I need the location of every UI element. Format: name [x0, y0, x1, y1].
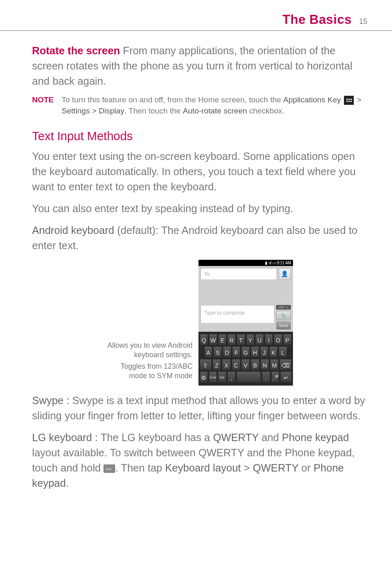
callouts: Allows you to view Android keyboard sett…: [107, 286, 198, 386]
callout-settings: Allows you to view Android keyboard sett…: [107, 341, 192, 360]
key-n[interactable]: N: [261, 359, 269, 370]
key-m[interactable]: M: [270, 359, 279, 370]
key-shift[interactable]: ⇧: [200, 359, 212, 370]
mic-icon: 🎤: [272, 374, 279, 381]
key-k[interactable]: K: [269, 346, 278, 358]
compose-input[interactable]: Type to compose: [201, 305, 274, 324]
attach-button[interactable]: 📎: [276, 311, 291, 320]
status-time: 9:11 AM: [277, 261, 291, 265]
key-z[interactable]: Z: [212, 359, 221, 370]
kb-row-1: Q W E R T Y U I O P: [200, 334, 292, 345]
to-input[interactable]: To: [201, 268, 277, 280]
lg-5: >: [241, 462, 253, 474]
key-i[interactable]: I: [265, 334, 273, 345]
message-thread: [198, 282, 293, 305]
key-w[interactable]: W: [209, 334, 217, 345]
key-b[interactable]: B: [251, 359, 259, 370]
note-label: NOTE: [32, 95, 62, 116]
callout-1a: Allows you to view Android: [107, 341, 192, 349]
key-enter[interactable]: ↵: [280, 371, 292, 383]
key-e[interactable]: E: [218, 334, 227, 345]
mode-key-icon: [104, 465, 115, 473]
callout-1b: keyboard settings.: [134, 351, 193, 359]
lg-1: The LG keyboard has a: [101, 432, 213, 443]
swype-label: Swype :: [32, 395, 72, 406]
key-backspace[interactable]: ⌫: [279, 359, 291, 370]
lg-phone-keypad: Phone keypad: [282, 432, 349, 443]
char-counter: 160 / 1: [276, 305, 291, 310]
note-display: Display: [99, 106, 124, 115]
swype-para: Swype : Swype is a text input method tha…: [32, 393, 368, 423]
key-q[interactable]: Q: [200, 334, 208, 345]
contact-icon: 👤: [281, 270, 288, 277]
note-gt1: >: [357, 95, 361, 104]
header-title: The Basics: [282, 12, 352, 27]
note-auto: Auto-rotate screen: [183, 106, 247, 115]
key-x[interactable]: X: [222, 359, 231, 370]
page-header: The Basics 15: [0, 5, 392, 31]
rotate-label: Rotate the screen: [32, 45, 120, 56]
key-h[interactable]: H: [251, 346, 259, 358]
lg-4: . Then tap: [115, 462, 165, 474]
kb-row-3: ⇧ Z X C V B N M ⌫: [200, 359, 292, 370]
kb-row-2: A S D F G H J K L: [200, 346, 292, 358]
key-mic[interactable]: 🎤: [271, 371, 279, 383]
gear-icon: ⚙: [201, 374, 206, 381]
key-t[interactable]: T: [237, 334, 245, 345]
key-y[interactable]: Y: [246, 334, 255, 345]
section-title: Text Input Methods: [32, 129, 368, 143]
paperclip-icon: 📎: [281, 313, 286, 318]
para-2: You can also enter text by speaking inst…: [32, 201, 368, 216]
note-part1: To turn this feature on and off, from th…: [62, 95, 283, 104]
lg-label: LG keyboard :: [32, 432, 101, 443]
android-para: Android keyboard (default): The Android …: [32, 223, 368, 253]
key-l[interactable]: L: [279, 346, 287, 358]
key-a[interactable]: A: [204, 346, 213, 358]
applications-key-icon: [344, 96, 354, 105]
lg-2: and: [258, 432, 282, 443]
callout-2b: mode to SYM mode: [129, 372, 193, 380]
key-space[interactable]: [236, 371, 261, 383]
note-settings: Settings: [62, 106, 90, 115]
send-button[interactable]: Send: [276, 321, 291, 330]
signal-icon: ▮ ııl ▭: [265, 261, 277, 265]
to-row: To 👤: [198, 266, 293, 282]
kb-row-4: ⚙ SYM EN , . 🎤 ↵: [200, 371, 292, 383]
android-default: (default): [114, 224, 156, 236]
para-1: You enter text using the on-screen keybo…: [32, 149, 368, 194]
key-g[interactable]: G: [241, 346, 250, 358]
key-s[interactable]: S: [213, 346, 222, 358]
key-v[interactable]: V: [241, 359, 250, 370]
key-lang[interactable]: EN: [218, 371, 226, 383]
key-settings[interactable]: ⚙: [200, 371, 208, 383]
note-apps-key: Applications Key: [283, 95, 341, 104]
contacts-button[interactable]: 👤: [279, 268, 291, 280]
key-d[interactable]: D: [223, 346, 231, 358]
key-j[interactable]: J: [260, 346, 269, 358]
lg-para: LG keyboard : The LG keyboard has a QWER…: [32, 430, 368, 491]
lg-keyboard-layout: Keyboard layout: [165, 462, 241, 474]
key-f[interactable]: F: [232, 346, 241, 358]
lg-qwerty-2: QWERTY: [253, 462, 298, 474]
key-u[interactable]: U: [255, 334, 264, 345]
lg-7: .: [66, 477, 69, 489]
keyboard: Q W E R T Y U I O P A S D F G H: [198, 332, 293, 386]
key-o[interactable]: O: [274, 334, 282, 345]
key-sym[interactable]: SYM: [209, 371, 217, 383]
swype-body: Swype is a text input method that allows…: [32, 395, 365, 421]
key-comma[interactable]: ,: [227, 371, 235, 383]
android-label: Android keyboard: [32, 224, 114, 236]
key-p[interactable]: P: [283, 334, 292, 345]
rotate-paragraph: Rotate the screen From many applications…: [32, 43, 368, 89]
status-bar: ▮ ııl ▭ 9:11 AM: [198, 260, 293, 266]
key-r[interactable]: R: [227, 334, 236, 345]
note-part4: . Then touch the: [125, 106, 183, 115]
note-part5: checkbox.: [247, 106, 284, 115]
phone-screenshot: ▮ ııl ▭ 9:11 AM To 👤 Type to compose 160…: [198, 260, 293, 386]
compose-row: Type to compose 160 / 1 📎 Send: [198, 305, 293, 332]
lg-6: or: [298, 462, 314, 474]
callout-2a: Toggles from 123/ABC: [121, 362, 193, 370]
key-c[interactable]: C: [232, 359, 240, 370]
key-period[interactable]: .: [262, 371, 270, 383]
figure: Allows you to view Android keyboard sett…: [32, 260, 368, 386]
